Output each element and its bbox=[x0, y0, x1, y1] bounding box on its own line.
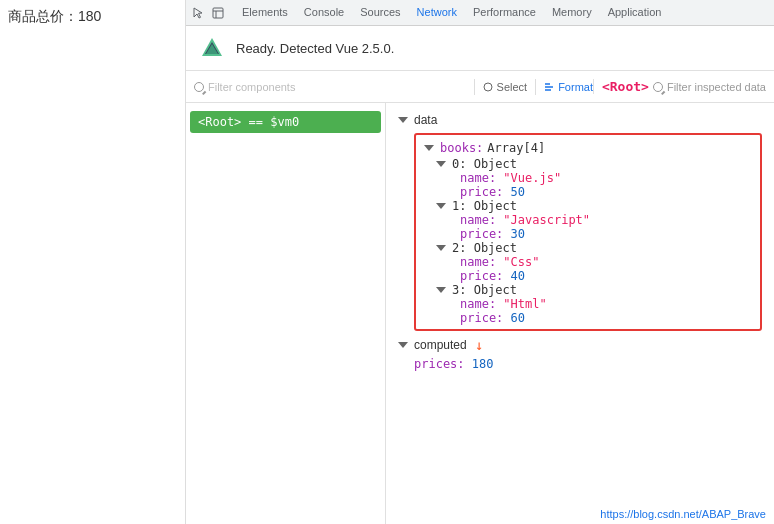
root-label: <Root> bbox=[602, 79, 649, 94]
book-1-name-val: "Javascript" bbox=[503, 213, 590, 227]
book-1-name-line: name: "Javascript" bbox=[436, 213, 752, 227]
book-2-name-line: name: "Css" bbox=[436, 255, 752, 269]
book-2-price-val: 40 bbox=[511, 269, 525, 283]
data-section-label: data bbox=[414, 113, 437, 127]
books-header[interactable]: books: Array[4] bbox=[424, 139, 752, 157]
inspect-icon[interactable] bbox=[210, 5, 226, 21]
book-0-triangle bbox=[436, 161, 446, 167]
tab-memory[interactable]: Memory bbox=[544, 0, 600, 26]
book-1-name-key: name: bbox=[460, 213, 503, 227]
book-2-index: 2: Object bbox=[452, 241, 517, 255]
computed-arrow-icon: ↓ bbox=[475, 337, 483, 353]
book-0-price-key: price: bbox=[460, 185, 511, 199]
computed-section: computed ↓ prices: 180 bbox=[398, 335, 762, 373]
book-1-price-key: price: bbox=[460, 227, 511, 241]
devtools-tabbar: Elements Console Sources Network Perform… bbox=[186, 0, 774, 26]
prices-line: prices: 180 bbox=[398, 355, 762, 373]
page-title: 商品总价：180 bbox=[8, 8, 101, 26]
book-0-name-line: name: "Vue.js" bbox=[436, 171, 752, 185]
vue-devtools: Ready. Detected Vue 2.5.0. Filter compon… bbox=[186, 26, 774, 524]
book-3-name-line: name: "Html" bbox=[436, 297, 752, 311]
books-triangle-icon bbox=[424, 145, 434, 151]
data-section-header[interactable]: data bbox=[398, 111, 762, 129]
book-2-name-val: "Css" bbox=[503, 255, 539, 269]
book-2-price-key: price: bbox=[460, 269, 511, 283]
books-type: Array[4] bbox=[487, 141, 545, 155]
book-2-name-key: name: bbox=[460, 255, 503, 269]
devtools-icons bbox=[190, 5, 226, 21]
tab-elements[interactable]: Elements bbox=[234, 0, 296, 26]
book-3-price-val: 60 bbox=[511, 311, 525, 325]
tab-network[interactable]: Network bbox=[409, 0, 465, 26]
book-2-price-line: price: 40 bbox=[436, 269, 752, 283]
data-section: data books: Array[4] 0 bbox=[398, 111, 762, 331]
vue-logo bbox=[198, 34, 226, 62]
svg-point-7 bbox=[484, 83, 492, 91]
computed-section-header[interactable]: computed ↓ bbox=[398, 335, 762, 355]
vue-main: <Root> == $vm0 data books: bbox=[186, 103, 774, 524]
book-3-header[interactable]: 3: Object bbox=[436, 283, 752, 297]
url-watermark: https://blog.csdn.net/ABAP_Brave bbox=[600, 508, 766, 520]
tab-performance[interactable]: Performance bbox=[465, 0, 544, 26]
computed-triangle-icon bbox=[398, 342, 408, 348]
book-2-triangle bbox=[436, 245, 446, 251]
svg-marker-0 bbox=[194, 8, 202, 18]
book-0-name-key: name: bbox=[460, 171, 503, 185]
data-triangle-icon bbox=[398, 117, 408, 123]
select-icon bbox=[483, 82, 493, 92]
book-0-index: 0: Object bbox=[452, 157, 517, 171]
filter-components-area: Filter components bbox=[194, 81, 466, 93]
book-1-triangle bbox=[436, 203, 446, 209]
book-3-price-key: price: bbox=[460, 311, 511, 325]
book-1-price-val: 30 bbox=[511, 227, 525, 241]
book-3-name-key: name: bbox=[460, 297, 503, 311]
svg-rect-1 bbox=[213, 8, 223, 18]
book-0-price-val: 50 bbox=[511, 185, 525, 199]
vue-banner: Ready. Detected Vue 2.5.0. bbox=[186, 26, 774, 71]
book-0-name-val: "Vue.js" bbox=[503, 171, 561, 185]
format-icon bbox=[544, 82, 554, 92]
book-0-price-line: price: 50 bbox=[436, 185, 752, 199]
cursor-icon[interactable] bbox=[190, 5, 206, 21]
book-1-header[interactable]: 1: Object bbox=[436, 199, 752, 213]
format-button[interactable]: Format bbox=[544, 81, 593, 93]
tab-sources[interactable]: Sources bbox=[352, 0, 408, 26]
book-item-1: 1: Object name: "Javascript" price: 30 bbox=[424, 199, 752, 241]
vue-toolbar: Filter components Select Format <Root> bbox=[186, 71, 774, 103]
toolbar-divider-2 bbox=[535, 79, 536, 95]
book-item-2: 2: Object name: "Css" price: 40 bbox=[424, 241, 752, 283]
root-component-text: <Root> == $vm0 bbox=[198, 115, 299, 129]
select-button[interactable]: Select bbox=[483, 81, 528, 93]
devtools-panel: Elements Console Sources Network Perform… bbox=[185, 0, 774, 524]
tab-console[interactable]: Console bbox=[296, 0, 352, 26]
component-tree: <Root> == $vm0 bbox=[186, 103, 386, 524]
books-container: books: Array[4] 0: Object name: "Vue.js" bbox=[414, 133, 762, 331]
search-inspected-icon bbox=[653, 82, 663, 92]
toolbar-right: <Root> Filter inspected data bbox=[593, 79, 766, 94]
search-components-icon bbox=[194, 82, 204, 92]
filter-inspected-placeholder[interactable]: Filter inspected data bbox=[667, 81, 766, 93]
page-content: 商品总价：180 bbox=[0, 0, 185, 524]
book-0-header[interactable]: 0: Object bbox=[436, 157, 752, 171]
books-key: books: bbox=[440, 141, 483, 155]
book-3-name-val: "Html" bbox=[503, 297, 546, 311]
toolbar-divider-1 bbox=[474, 79, 475, 95]
filter-components-placeholder[interactable]: Filter components bbox=[208, 81, 295, 93]
prices-value: 180 bbox=[472, 357, 494, 371]
filter-inspected-area: Filter inspected data bbox=[653, 81, 766, 93]
computed-section-label: computed bbox=[414, 338, 467, 352]
data-panel: data books: Array[4] 0 bbox=[386, 103, 774, 524]
book-2-header[interactable]: 2: Object bbox=[436, 241, 752, 255]
prices-key: prices: bbox=[414, 357, 465, 371]
tab-application[interactable]: Application bbox=[600, 0, 670, 26]
book-1-price-line: price: 30 bbox=[436, 227, 752, 241]
book-3-triangle bbox=[436, 287, 446, 293]
book-item-0: 0: Object name: "Vue.js" price: 50 bbox=[424, 157, 752, 199]
vue-banner-text: Ready. Detected Vue 2.5.0. bbox=[236, 41, 394, 56]
root-component-item[interactable]: <Root> == $vm0 bbox=[190, 111, 381, 133]
book-3-price-line: price: 60 bbox=[436, 311, 752, 325]
book-item-3: 3: Object name: "Html" price: 60 bbox=[424, 283, 752, 325]
book-3-index: 3: Object bbox=[452, 283, 517, 297]
book-1-index: 1: Object bbox=[452, 199, 517, 213]
